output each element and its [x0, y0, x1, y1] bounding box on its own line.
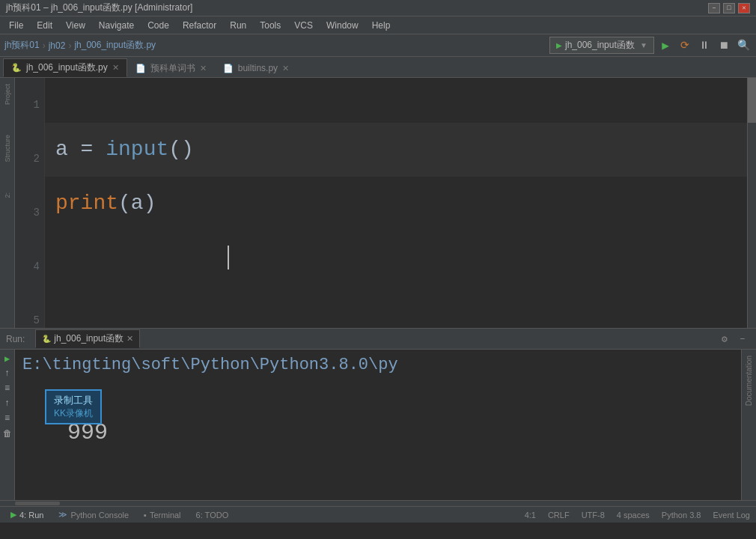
code-var-a: a [55, 123, 68, 177]
toolbar-right: ▶ jh_006_input函数 ▼ ▶ ⟳ ⏸ ⏹ 🔍 [549, 37, 752, 54]
run-play-btn[interactable]: ▶ [1, 353, 13, 365]
scrollbar-thumb[interactable] [748, 78, 756, 123]
window-controls[interactable]: – □ ✕ [708, 3, 750, 13]
tab-input-func-label: jh_006_input函数.py [26, 61, 108, 74]
menu-refactor[interactable]: Refactor [177, 19, 222, 32]
run-list-icon[interactable]: ≡ [1, 383, 13, 395]
code-parens1: () [168, 123, 194, 177]
code-editor[interactable]: a = input () print ( a ) [45, 78, 747, 328]
code-input-func: input [106, 123, 168, 177]
coverage-button[interactable]: ⏸ [696, 37, 713, 54]
terminal-scrollbar-thumb[interactable] [15, 502, 60, 505]
editor-scrollbar[interactable] [747, 78, 756, 328]
status-run-label: 4: Run [19, 511, 43, 520]
code-line-3: print ( a ) [45, 177, 747, 231]
run-scroll-up2[interactable]: ↑ [1, 398, 13, 409]
run-controls: ⚙ – [717, 332, 750, 347]
status-python-console-tab[interactable]: ≫ Python Console [54, 507, 133, 523]
status-bar: ▶ 4: Run ≫ Python Console ▪ Terminal 6: … [0, 506, 756, 523]
breadcrumb: jh预科01 › jh02 › jh_006_input函数.py [4, 39, 156, 52]
tab-bar: 🐍 jh_006_input函数.py ✕ 📄 预科单词书 ✕ 📄 builti… [0, 57, 756, 78]
bottom-panel: Run: 🐍 jh_006_input函数 ✕ ⚙ – ▶ ↑ ≡ ↑ ≡ 🗑 … [0, 328, 756, 500]
run-list-icon2[interactable]: ≡ [1, 412, 13, 424]
code-parens2: ( [118, 177, 131, 231]
run-tab-close[interactable]: ✕ [126, 334, 133, 344]
tab-python-icon: 🐍 [11, 63, 22, 73]
tab-builtins[interactable]: 📄 builtins.py ✕ [215, 58, 297, 77]
tab-input-func[interactable]: 🐍 jh_006_input函数.py ✕ [3, 58, 127, 77]
run-status-icon: ▶ [10, 510, 16, 520]
status-encoding[interactable]: UTF-8 [582, 511, 605, 520]
code-line-2: a = input () [45, 123, 747, 177]
status-right-info: 4:1 CRLF UTF-8 4 spaces Python 3.8 Event… [525, 511, 750, 520]
right-sidebar: Documentation [741, 350, 756, 500]
watermark-overlay: 录制工具 KK录像机 [45, 389, 102, 424]
run-settings-icon[interactable]: ⚙ [717, 332, 732, 347]
menu-code[interactable]: Code [141, 19, 175, 32]
status-indent[interactable]: 4 spaces [617, 511, 650, 520]
code-line-5 [45, 284, 747, 328]
run-tab-active[interactable]: 🐍 jh_006_input函数 ✕ [35, 329, 140, 348]
menu-window[interactable]: Window [320, 19, 365, 32]
run-minimize-icon[interactable]: – [735, 332, 750, 347]
breadcrumb-folder[interactable]: jh02 [49, 40, 66, 51]
tab-input-func-close[interactable]: ✕ [112, 63, 119, 73]
code-var-a2: a [131, 177, 144, 231]
tab-builtins-icon: 📄 [223, 64, 234, 73]
code-parens3: ) [144, 177, 156, 231]
status-run-tab[interactable]: ▶ 4: Run [6, 507, 48, 523]
documentation-label[interactable]: Documentation [743, 350, 755, 412]
status-python-version[interactable]: Python 3.8 [662, 511, 701, 520]
code-line-1 [45, 78, 747, 123]
debug-button[interactable]: ⟳ [677, 37, 693, 54]
status-todo-tab[interactable]: 6: TODO [192, 507, 234, 523]
line-num-3: 3 [15, 186, 40, 240]
code-line-4 [45, 231, 747, 284]
menu-view[interactable]: View [60, 19, 91, 32]
run-button[interactable]: ▶ [657, 37, 674, 54]
terminal-output-number: 999 [67, 420, 734, 445]
sidebar-2[interactable]: 2: [2, 189, 13, 201]
line-num-4: 4 [15, 240, 40, 293]
menu-vcs[interactable]: VCS [288, 19, 319, 32]
run-config-selector[interactable]: ▶ jh_006_input函数 ▼ [549, 37, 654, 54]
run-scroll-up[interactable]: ↑ [1, 368, 13, 380]
run-tab-icon: 🐍 [42, 335, 51, 343]
python-console-icon: ≫ [58, 510, 67, 520]
run-content: ▶ ↑ ≡ ↑ ≡ 🗑 E:\tingting\soft\Python\Pyth… [0, 350, 756, 500]
menu-run[interactable]: Run [224, 19, 252, 32]
line-num-1: 1 [15, 78, 40, 132]
tab-vocab[interactable]: 📄 预科单词书 ✕ [127, 58, 215, 77]
menu-file[interactable]: File [3, 19, 29, 32]
status-terminal-tab[interactable]: ▪ Terminal [139, 507, 185, 523]
title-bar: jh预科01 – jh_006_input函数.py [Administrato… [0, 0, 756, 16]
breadcrumb-file[interactable]: jh_006_input函数.py [74, 39, 156, 52]
run-trash-btn[interactable]: 🗑 [1, 427, 13, 439]
terminal-scrollbar[interactable] [0, 500, 756, 506]
search-button[interactable]: 🔍 [735, 37, 752, 54]
menu-help[interactable]: Help [366, 19, 397, 32]
minimize-button[interactable]: – [708, 3, 720, 13]
code-equals: = [68, 123, 106, 177]
tab-builtins-close[interactable]: ✕ [282, 64, 289, 73]
run-tab-bar: Run: 🐍 jh_006_input函数 ✕ ⚙ – [0, 329, 756, 350]
tab-vocab-close[interactable]: ✕ [200, 64, 207, 73]
stop-button[interactable]: ⏹ [716, 37, 732, 54]
sidebar-project[interactable]: Project [2, 81, 13, 108]
sidebar-structure[interactable]: Structure [2, 132, 13, 165]
breadcrumb-sep2: › [68, 40, 71, 51]
menu-edit[interactable]: Edit [31, 19, 58, 32]
breadcrumb-project[interactable]: jh预科01 [4, 39, 40, 52]
window-title: jh预科01 – jh_006_input函数.py [Administrato… [6, 1, 192, 14]
status-event-log[interactable]: Event Log [713, 511, 750, 520]
terminal-output[interactable]: E:\tingting\soft\Python\Python3.8.0\py 录… [15, 350, 741, 500]
menu-tools[interactable]: Tools [254, 19, 287, 32]
menu-navigate[interactable]: Navigate [93, 19, 140, 32]
status-line-ending[interactable]: CRLF [548, 511, 570, 520]
editor-area: Project Structure 2: 1 2 3 4 5 a = input… [0, 78, 756, 328]
close-button[interactable]: ✕ [738, 3, 750, 13]
tab-vocab-label: 预科单词书 [150, 62, 195, 75]
maximize-button[interactable]: □ [723, 3, 735, 13]
status-position[interactable]: 4:1 [525, 511, 536, 520]
toolbar: jh预科01 › jh02 › jh_006_input函数.py ▶ jh_0… [0, 34, 756, 57]
